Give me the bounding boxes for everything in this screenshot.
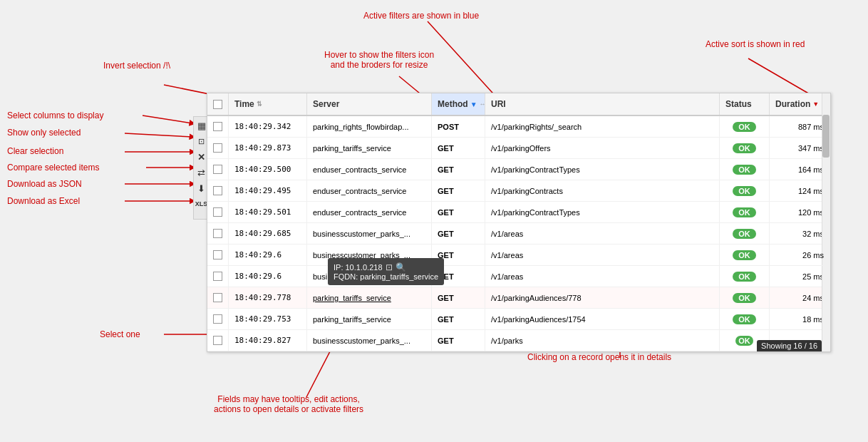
cell-uri: /v1/parkingRights/_search (485, 116, 720, 137)
cell-method: POST (432, 116, 485, 137)
svg-line-4 (143, 115, 192, 123)
annotation-hover-filters: Hover to show the filters iconand the br… (324, 50, 434, 70)
table-row[interactable]: 18:40:29.342 parking_rights_flowbirdap..… (207, 116, 830, 138)
server-tooltip: IP: 10.1.0.218 ⊡ 🔍 FQDN: parking_tariffs… (328, 258, 444, 285)
cell-uri: /v1/areas (485, 223, 720, 244)
annotation-compare: Compare selected items (7, 163, 99, 173)
th-server-label: Server (313, 99, 339, 109)
th-uri[interactable]: URI (485, 93, 720, 115)
cell-uri: /v1/parkingAudiences/778 (485, 287, 720, 308)
th-duration-sort-icon: ▼ (812, 101, 819, 108)
cell-server: businesscustomer_parks_... (307, 223, 432, 244)
cell-method: GET (432, 223, 485, 244)
copy-icon[interactable]: ⊡ (386, 262, 393, 272)
cell-status: OK (720, 159, 770, 180)
annotation-download-excel: Download as Excel (7, 196, 80, 206)
th-time[interactable]: Time ⇅ (229, 93, 307, 115)
cell-method: GET (432, 309, 485, 329)
row-checkbox[interactable] (207, 309, 229, 329)
table-row[interactable]: 18:40:29.6 businesscustomer_parks_... GE… (207, 245, 830, 266)
annotation-show-selected: Show only selected (7, 128, 81, 138)
tooltip-fqdn: FQDN: parking_tariffs_service (334, 272, 438, 281)
cell-status: OK (720, 116, 770, 137)
th-duration-label: Duration (775, 99, 810, 109)
cell-time: 18:40:29.685 (229, 223, 307, 244)
annotation-invert-selection: Invert selection /!\ (103, 61, 170, 71)
cell-server: parking_tariffs_service (307, 138, 432, 158)
table-row[interactable]: 18:40:29.753 parking_tariffs_service GET… (207, 309, 830, 330)
cell-server: parking_rights_flowbirdap... (307, 116, 432, 137)
header-checkbox[interactable] (213, 100, 222, 109)
row-checkbox[interactable] (207, 266, 229, 287)
scrollbar-thumb[interactable] (822, 115, 830, 158)
cell-method: GET (432, 159, 485, 180)
annotation-active-filters: Active filters are shown in blue (363, 11, 479, 21)
annotation-active-sort: Active sort is shown in red (706, 39, 805, 49)
row-checkbox[interactable] (207, 138, 229, 158)
main-table: Time ⇅ Server Method ▼ ↔ URI Status Dura… (207, 93, 831, 352)
svg-line-1 (428, 21, 499, 100)
cell-server: enduser_contracts_service (307, 180, 432, 201)
row-checkbox[interactable] (207, 159, 229, 180)
cell-server: businesscustomer_parks_... (307, 330, 432, 351)
row-checkbox[interactable] (207, 202, 229, 222)
cell-time: 18:40:29.500 (229, 159, 307, 180)
th-method[interactable]: Method ▼ ↔ (432, 93, 485, 115)
cell-uri: /v1/parks (485, 330, 720, 351)
table-row[interactable]: 18:40:29.6 businesscustomer_parks_... GE… (207, 266, 830, 287)
cell-uri: /v1/parkingContractTypes (485, 202, 720, 222)
cell-status: OK (720, 287, 770, 308)
table-row[interactable]: 18:40:29.778 parking_tariffs_service GET… (207, 287, 830, 309)
th-checkbox[interactable] (207, 93, 229, 115)
annotation-clear-selection: Clear selection (7, 146, 63, 156)
annotation-download-json: Download as JSON (7, 179, 82, 189)
cell-uri: /v1/areas (485, 266, 720, 287)
search-icon[interactable]: 🔍 (396, 262, 406, 272)
table-row[interactable]: 18:40:29.873 parking_tariffs_service GET… (207, 138, 830, 159)
cell-uri: /v1/parkingContractTypes (485, 159, 720, 180)
cell-time: 18:40:29.6 (229, 266, 307, 287)
row-checkbox[interactable] (207, 330, 229, 351)
cell-uri: /v1/areas (485, 245, 720, 265)
annotation-select-columns: Select columns to display (7, 110, 103, 120)
cell-status: OK (720, 266, 770, 287)
th-time-label: Time (234, 99, 254, 109)
cell-status: OK (720, 309, 770, 329)
cell-method: GET (432, 202, 485, 222)
th-time-sort-icon: ⇅ (257, 101, 262, 108)
cell-server: parking_tariffs_service (307, 287, 432, 308)
table-row[interactable]: 18:40:29.685 businesscustomer_parks_... … (207, 223, 830, 245)
cell-time: 18:40:29.753 (229, 309, 307, 329)
table-row[interactable]: 18:40:29.827 businesscustomer_parks_... … (207, 330, 830, 351)
cell-status: OK (720, 202, 770, 222)
scrollbar[interactable] (822, 93, 830, 351)
th-status-label: Status (725, 99, 752, 109)
th-server[interactable]: Server (307, 93, 432, 115)
cell-time: 18:40:29.495 (229, 180, 307, 201)
row-checkbox[interactable] (207, 116, 229, 137)
cell-status: OK (720, 223, 770, 244)
cell-time: 18:40:29.827 (229, 330, 307, 351)
row-checkbox[interactable] (207, 245, 229, 265)
cell-time: 18:40:29.873 (229, 138, 307, 158)
cell-status: OK (720, 138, 770, 158)
th-status[interactable]: Status (720, 93, 770, 115)
annotation-fields-tooltip: Fields may have tooltips, edit actions,a… (214, 394, 363, 414)
cell-time: 18:40:29.501 (229, 202, 307, 222)
table-row[interactable]: 18:40:29.495 enduser_contracts_service G… (207, 180, 830, 202)
method-filter-icon[interactable]: ▼ (470, 101, 477, 108)
row-checkbox[interactable] (207, 287, 229, 308)
tooltip-ip: IP: 10.1.0.218 (334, 263, 383, 272)
cell-duration: 26 ms (770, 245, 830, 265)
row-checkbox[interactable] (207, 180, 229, 201)
showing-count: Showing 16 / 16 (757, 340, 822, 351)
cell-server: enduser_contracts_service (307, 202, 432, 222)
svg-line-5 (125, 133, 192, 137)
cell-time: 18:40:29.778 (229, 287, 307, 308)
cell-time: 18:40:29.6 (229, 245, 307, 265)
table-row[interactable]: 18:40:29.500 enduser_contracts_service G… (207, 159, 830, 180)
cell-uri: /v1/parkingContracts (485, 180, 720, 201)
row-checkbox[interactable] (207, 223, 229, 244)
table-row[interactable]: 18:40:29.501 enduser_contracts_service G… (207, 202, 830, 223)
cell-server: enduser_contracts_service (307, 159, 432, 180)
